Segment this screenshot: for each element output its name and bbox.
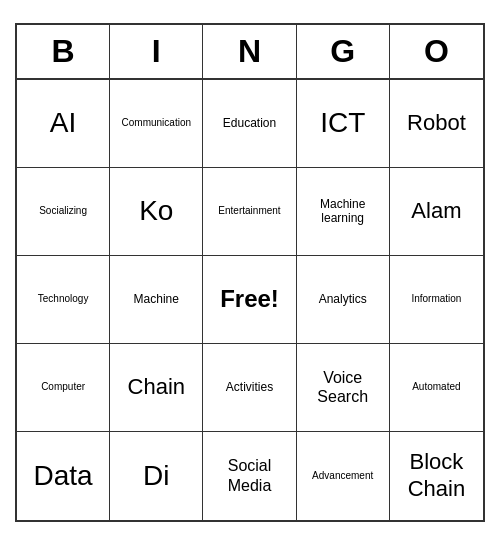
bingo-cell-7: Entertainment [203, 168, 296, 256]
bingo-cell-text-10: Technology [38, 293, 89, 305]
bingo-cell-text-9: Alam [411, 198, 461, 224]
bingo-card: BINGO AICommunicationEducationICTRobotSo… [15, 23, 485, 522]
bingo-cell-0: AI [17, 80, 110, 168]
bingo-grid: AICommunicationEducationICTRobotSocializ… [17, 80, 483, 520]
bingo-cell-text-19: Automated [412, 381, 460, 393]
header-letter-i: I [110, 25, 203, 78]
bingo-cell-text-1: Communication [122, 117, 191, 129]
bingo-cell-22: Social Media [203, 432, 296, 520]
bingo-cell-9: Alam [390, 168, 483, 256]
bingo-cell-text-15: Computer [41, 381, 85, 393]
bingo-header: BINGO [17, 25, 483, 80]
bingo-cell-3: ICT [297, 80, 390, 168]
bingo-cell-10: Technology [17, 256, 110, 344]
bingo-cell-text-0: AI [50, 106, 76, 140]
bingo-cell-8: Machine learning [297, 168, 390, 256]
bingo-cell-text-24: Block Chain [394, 449, 479, 502]
bingo-cell-21: Di [110, 432, 203, 520]
bingo-cell-23: Advancement [297, 432, 390, 520]
bingo-cell-text-14: Information [411, 293, 461, 305]
bingo-cell-text-22: Social Media [207, 456, 291, 494]
bingo-cell-11: Machine [110, 256, 203, 344]
header-letter-g: G [297, 25, 390, 78]
bingo-cell-12: Free! [203, 256, 296, 344]
bingo-cell-18: Voice Search [297, 344, 390, 432]
bingo-cell-text-6: Ko [139, 194, 173, 228]
bingo-cell-1: Communication [110, 80, 203, 168]
bingo-cell-text-20: Data [34, 459, 93, 493]
header-letter-b: B [17, 25, 110, 78]
bingo-cell-13: Analytics [297, 256, 390, 344]
bingo-cell-19: Automated [390, 344, 483, 432]
bingo-cell-2: Education [203, 80, 296, 168]
bingo-cell-16: Chain [110, 344, 203, 432]
bingo-cell-text-2: Education [223, 116, 276, 130]
bingo-cell-6: Ko [110, 168, 203, 256]
bingo-cell-14: Information [390, 256, 483, 344]
bingo-cell-4: Robot [390, 80, 483, 168]
bingo-cell-text-5: Socializing [39, 205, 87, 217]
bingo-cell-text-4: Robot [407, 110, 466, 136]
bingo-cell-5: Socializing [17, 168, 110, 256]
bingo-cell-text-13: Analytics [319, 292, 367, 306]
bingo-cell-text-17: Activities [226, 380, 273, 394]
bingo-cell-text-3: ICT [320, 106, 365, 140]
bingo-cell-text-21: Di [143, 459, 169, 493]
bingo-cell-text-16: Chain [128, 374, 185, 400]
bingo-cell-17: Activities [203, 344, 296, 432]
bingo-cell-20: Data [17, 432, 110, 520]
bingo-cell-15: Computer [17, 344, 110, 432]
bingo-cell-text-18: Voice Search [301, 368, 385, 406]
header-letter-n: N [203, 25, 296, 78]
bingo-cell-text-8: Machine learning [301, 197, 385, 226]
bingo-cell-text-11: Machine [134, 292, 179, 306]
bingo-cell-24: Block Chain [390, 432, 483, 520]
bingo-cell-text-12: Free! [220, 285, 279, 314]
bingo-cell-text-7: Entertainment [218, 205, 280, 217]
bingo-cell-text-23: Advancement [312, 470, 373, 482]
header-letter-o: O [390, 25, 483, 78]
